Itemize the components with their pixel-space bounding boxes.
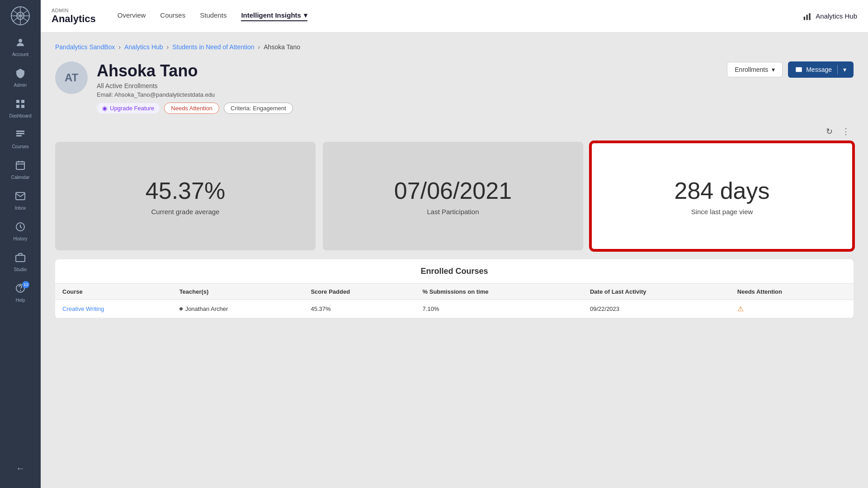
breadcrumb-analytics-hub[interactable]: Analytics Hub xyxy=(124,43,163,51)
student-header: AT Ahsoka Tano All Active Enrollments Em… xyxy=(55,61,854,114)
analytics-label: Analytics xyxy=(52,13,96,25)
back-arrow-icon: ← xyxy=(16,463,25,474)
submissions-cell: 7.10% xyxy=(415,300,583,318)
last-activity-cell: 09/22/2023 xyxy=(583,300,730,318)
svg-rect-12 xyxy=(16,133,24,134)
nav-intelligent-insights[interactable]: Intelligent Insights ▾ xyxy=(241,11,307,21)
upgrade-label: Upgrade Feature xyxy=(110,105,154,112)
last-participation-value: 07/06/2021 xyxy=(394,177,512,204)
dashboard-icon xyxy=(15,99,26,112)
col-course: Course xyxy=(55,284,172,300)
student-actions: Enrollments ▾ Message ▾ xyxy=(727,61,854,78)
svg-rect-11 xyxy=(16,131,24,132)
table-body: Creative Writing Jonathan Archer 45.37% … xyxy=(55,300,854,318)
top-navigation: ADMIN Analytics Overview Courses Student… xyxy=(41,0,868,33)
sidebar-item-label-calendar: Calendar xyxy=(11,175,30,180)
sidebar-back-button[interactable]: ← xyxy=(0,458,41,479)
sidebar-item-calendar[interactable]: Calendar xyxy=(0,155,41,185)
table-header: Course Teacher(s) Score Padded % Submiss… xyxy=(55,284,854,300)
breadcrumb-sep-1: › xyxy=(118,43,121,51)
topnav-right: Analytics Hub xyxy=(803,12,857,21)
breadcrumb-pandalytics[interactable]: Pandalytics SandBox xyxy=(55,43,115,51)
svg-rect-14 xyxy=(16,162,24,169)
course-link[interactable]: Creative Writing xyxy=(62,305,104,312)
enrollments-button[interactable]: Enrollments ▾ xyxy=(727,62,783,77)
svg-point-6 xyxy=(19,39,22,42)
svg-rect-13 xyxy=(16,135,22,136)
email-label: Email: xyxy=(97,91,113,98)
needs-attention-tag: Needs Attention xyxy=(164,103,219,114)
message-divider xyxy=(837,65,838,74)
brand: ADMIN Analytics xyxy=(52,8,96,25)
sidebar-item-label-history: History xyxy=(13,236,27,241)
email-value: Ahsoka_Tano@pandalytictestdata.edu xyxy=(114,91,215,98)
sidebar-item-label-studio: Studio xyxy=(14,267,27,272)
sidebar-item-studio[interactable]: Studio xyxy=(0,247,41,277)
courses-icon xyxy=(15,129,26,142)
grade-average-value: 45.37% xyxy=(146,177,225,204)
message-dropdown-icon: ▾ xyxy=(843,66,846,73)
help-icon: 10 xyxy=(15,283,26,296)
col-last-activity: Date of Last Activity xyxy=(583,284,730,300)
main-content: Pandalytics SandBox › Analytics Hub › St… xyxy=(41,33,868,488)
enrollments-label: Enrollments xyxy=(735,66,768,73)
grade-average-label: Current grade average xyxy=(151,208,220,216)
student-avatar: AT xyxy=(55,61,88,94)
svg-rect-7 xyxy=(16,100,19,103)
message-button[interactable]: Message ▾ xyxy=(788,61,854,78)
sidebar-item-label-courses: Courses xyxy=(12,144,28,149)
breadcrumb-students-need-attention[interactable]: Students in Need of Attention xyxy=(172,43,254,51)
enrollments-dropdown-icon: ▾ xyxy=(772,66,775,73)
sidebar-item-dashboard[interactable]: Dashboard xyxy=(0,93,41,124)
teacher-name: Jonathan Archer xyxy=(185,305,228,312)
since-last-view-label: Since last page view xyxy=(691,208,753,216)
stats-cards-row: 45.37% Current grade average 07/06/2021 … xyxy=(55,142,854,250)
svg-point-21 xyxy=(20,291,21,291)
student-info: Ahsoka Tano All Active Enrollments Email… xyxy=(97,61,727,114)
breadcrumb: Pandalytics SandBox › Analytics Hub › St… xyxy=(55,43,854,51)
intelligent-insights-label: Intelligent Insights xyxy=(241,11,301,19)
nav-courses[interactable]: Courses xyxy=(160,11,185,21)
course-cell: Creative Writing xyxy=(55,300,172,318)
analytics-hub-button[interactable]: Analytics Hub xyxy=(803,12,857,21)
enrolled-courses-table: Enrolled Courses Course Teacher(s) Score… xyxy=(55,259,854,318)
calendar-icon xyxy=(15,160,26,173)
upgrade-dot-icon: ◉ xyxy=(102,105,107,112)
sidebar-item-history[interactable]: History xyxy=(0,216,41,247)
student-name: Ahsoka Tano xyxy=(97,61,727,80)
col-score-padded: Score Padded xyxy=(303,284,415,300)
admin-icon xyxy=(15,68,26,81)
svg-rect-8 xyxy=(21,100,24,103)
inbox-icon xyxy=(15,191,26,204)
sidebar-item-label-inbox: Inbox xyxy=(15,206,26,211)
upgrade-feature-tag[interactable]: ◉ Upgrade Feature xyxy=(97,103,160,113)
student-subtitle: All Active Enrollments xyxy=(97,82,727,89)
student-tags: ◉ Upgrade Feature Needs Attention Criter… xyxy=(97,103,727,114)
bar-chart-icon xyxy=(803,12,812,21)
breadcrumb-sep-2: › xyxy=(167,43,169,51)
sidebar-item-help[interactable]: 10 Help xyxy=(0,277,41,308)
sidebar-item-label-admin: Admin xyxy=(14,83,27,88)
table-row: Creative Writing Jonathan Archer 45.37% … xyxy=(55,300,854,318)
svg-rect-10 xyxy=(21,105,24,108)
sidebar-item-account[interactable]: Account xyxy=(0,32,41,62)
sidebar-item-admin[interactable]: Admin xyxy=(0,62,41,93)
help-badge: 10 xyxy=(22,281,29,288)
sidebar-item-label-account: Account xyxy=(12,52,28,57)
history-icon xyxy=(15,221,26,235)
refresh-button[interactable]: ↻ xyxy=(824,125,835,138)
sidebar-item-label-help: Help xyxy=(16,298,25,303)
more-options-button[interactable]: ⋮ xyxy=(840,125,852,138)
svg-rect-22 xyxy=(804,16,805,20)
sidebar-item-inbox[interactable]: Inbox xyxy=(0,185,41,216)
analytics-hub-label: Analytics Hub xyxy=(816,12,857,20)
col-teacher: Teacher(s) xyxy=(172,284,304,300)
sidebar: Account Admin Dashboard Courses Calendar… xyxy=(0,0,41,488)
nav-overview[interactable]: Overview xyxy=(118,11,146,21)
warning-icon: ⚠ xyxy=(737,305,744,313)
main-area: ADMIN Analytics Overview Courses Student… xyxy=(41,0,868,488)
nav-students[interactable]: Students xyxy=(200,11,226,21)
sidebar-item-courses[interactable]: Courses xyxy=(0,124,41,155)
message-icon xyxy=(795,66,802,73)
svg-rect-19 xyxy=(16,255,25,262)
